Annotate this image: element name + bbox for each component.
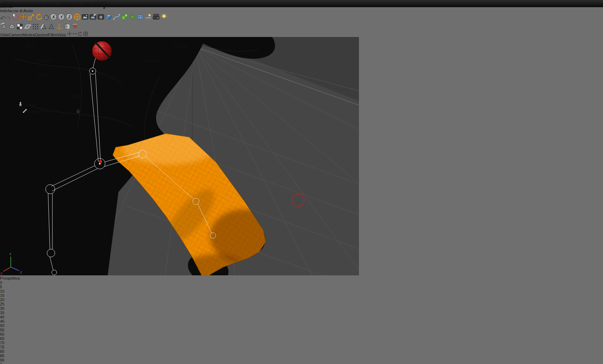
tick-label: 70 bbox=[0, 341, 603, 345]
pan-view-icon[interactable] bbox=[67, 33, 72, 37]
undo-icon[interactable]: ↶ bbox=[0, 17, 6, 22]
app-logo-icon: 4D bbox=[1, 1, 6, 6]
current-tool-icon[interactable] bbox=[43, 17, 50, 22]
lock-icon[interactable] bbox=[75, 108, 81, 115]
scale-icon[interactable] bbox=[27, 17, 35, 22]
edges-mode-icon[interactable] bbox=[39, 27, 47, 31]
texture-view-icon[interactable] bbox=[63, 27, 71, 31]
axis-x-label: X bbox=[0, 272, 3, 275]
render-picture-icon[interactable] bbox=[89, 17, 97, 22]
tick-label: 15 bbox=[0, 293, 603, 298]
maximize-button[interactable]: ❐ bbox=[102, 1, 106, 6]
axis-y-label: Y bbox=[9, 252, 11, 256]
axis-z-label: Z bbox=[20, 271, 22, 274]
tick-label: 25 bbox=[0, 302, 603, 306]
spline-pen-icon[interactable] bbox=[113, 17, 121, 22]
menu-opzioni[interactable]: Opzioni bbox=[35, 33, 48, 37]
points-mode-icon[interactable] bbox=[32, 27, 39, 31]
raggio-field[interactable]: 20 bbox=[37, 65, 60, 71]
layout-dropdown[interactable]: Interfaccia di Avvio bbox=[0, 9, 603, 13]
light-icon[interactable] bbox=[160, 17, 168, 22]
enable-axis-icon[interactable] bbox=[55, 27, 63, 31]
tick-label: 40 bbox=[0, 315, 603, 319]
tick-label: 75 bbox=[0, 345, 603, 349]
coord-system-icon[interactable] bbox=[73, 17, 81, 22]
zoom-view-icon[interactable] bbox=[72, 33, 78, 37]
rotate-icon[interactable] bbox=[35, 17, 43, 22]
tick-label: 45 bbox=[0, 319, 603, 323]
polygons-mode-icon[interactable] bbox=[47, 27, 55, 31]
tick-label: 20 bbox=[0, 298, 603, 302]
joints-list-item-omino[interactable]: + Omino bbox=[16, 102, 35, 107]
viewport-canvas[interactable]: Y X Z Prospettiva bbox=[0, 37, 603, 280]
joint-highlight-dot bbox=[99, 160, 102, 163]
camera-icon[interactable] bbox=[152, 17, 160, 22]
filtro-field[interactable] bbox=[139, 94, 220, 100]
menu-camere[interactable]: Camere bbox=[9, 33, 23, 37]
tick-label: 80 bbox=[0, 349, 603, 354]
tick-label: 50 bbox=[0, 323, 603, 328]
viewport-menu-bar: VisteCamereMostraOpzioniFiltroVista bbox=[0, 31, 603, 37]
environment-icon[interactable] bbox=[144, 17, 152, 22]
cube-primitive-icon[interactable] bbox=[105, 17, 113, 22]
tick-label: 65 bbox=[0, 336, 603, 341]
window-buttons: –❐✕ bbox=[102, 0, 106, 10]
viewport-view-label: Prospettiva bbox=[0, 276, 603, 280]
timeline-playhead[interactable]: 3 bbox=[0, 362, 603, 364]
axis-x-icon[interactable]: X bbox=[50, 17, 57, 22]
tick-label: 85 bbox=[0, 354, 603, 358]
tick-label: 60 bbox=[0, 332, 603, 336]
svg-text:⚙: ⚙ bbox=[99, 15, 103, 20]
layout-value: Interfaccia di Avvio bbox=[0, 9, 33, 13]
tick-label: 10 bbox=[0, 289, 603, 293]
tick-label: 30 bbox=[0, 306, 603, 311]
tick-label: 5 bbox=[0, 285, 603, 289]
model-mode-icon[interactable] bbox=[8, 27, 16, 31]
toggle-view-icon[interactable] bbox=[83, 33, 88, 37]
menu-mostra[interactable]: Mostra bbox=[23, 33, 35, 37]
head-sphere bbox=[92, 41, 112, 61]
menu-vista[interactable]: Vista bbox=[57, 33, 66, 37]
modo-dropdown[interactable]: Cancella bbox=[172, 44, 220, 48]
move-icon[interactable] bbox=[19, 17, 27, 22]
simulation-icon[interactable] bbox=[128, 17, 136, 22]
tick-label: 90 bbox=[0, 358, 603, 362]
mograph-icon[interactable] bbox=[121, 17, 128, 22]
snap-icon[interactable] bbox=[71, 27, 79, 31]
texture-mode-icon[interactable] bbox=[16, 27, 24, 31]
render-view-icon[interactable] bbox=[81, 17, 89, 22]
forza-field[interactable]: 100 % bbox=[24, 44, 46, 50]
menu-filtro[interactable]: Filtro bbox=[48, 33, 57, 37]
main-toolbar: ↶↷XYZ⚙ bbox=[0, 13, 603, 23]
live-selection-icon[interactable] bbox=[11, 17, 19, 22]
svg-text:Y: Y bbox=[60, 15, 62, 19]
mode-toolbar bbox=[0, 23, 603, 31]
render-settings-icon[interactable]: ⚙ bbox=[97, 17, 105, 22]
joints-list-item-gambadestra[interactable]: GambaDestra bbox=[22, 108, 52, 114]
close-button[interactable]: ✕ bbox=[102, 6, 106, 10]
make-editable-icon[interactable] bbox=[0, 27, 8, 31]
menu-viste[interactable]: Viste bbox=[0, 33, 9, 37]
altro-dropdown[interactable]: Piatto bbox=[73, 94, 118, 98]
redo-icon[interactable]: ↷ bbox=[6, 17, 11, 22]
pressione-dropdown[interactable]: Durezza bbox=[144, 58, 220, 62]
tick-label: 35 bbox=[0, 311, 603, 315]
window-title: CINEMA 4D R14.042 Studio - [RadioFlash_0… bbox=[6, 1, 102, 6]
axis-y-icon[interactable]: Y bbox=[57, 17, 65, 22]
rotate-view-icon[interactable] bbox=[78, 33, 83, 37]
deformer-icon[interactable] bbox=[136, 17, 144, 22]
axis-z-icon[interactable]: Z bbox=[65, 17, 73, 22]
tick-label: 0 bbox=[0, 280, 603, 285]
svg-text:X: X bbox=[52, 15, 55, 19]
timeline-ticks: 051015202530354045505560657075808590 bbox=[0, 280, 603, 362]
tick-label: 55 bbox=[0, 328, 603, 332]
decadenza-dropdown[interactable]: Durezza bbox=[37, 58, 109, 62]
workplane-mode-icon[interactable] bbox=[24, 27, 32, 31]
svg-text:Z: Z bbox=[68, 15, 70, 19]
timeline-ruler[interactable]: 051015202530354045505560657075808590 3 3… bbox=[0, 280, 603, 364]
cinema4d-window: { "titlebar": { "title": "CINEMA 4D R14.… bbox=[0, 0, 603, 364]
viewport-panel: VisteCamereMostraOpzioniFiltroVista bbox=[0, 31, 603, 280]
title-bar: 4D CINEMA 4D R14.042 Studio - [RadioFlas… bbox=[0, 0, 603, 7]
durezza-field[interactable]: 100 % bbox=[37, 73, 60, 78]
